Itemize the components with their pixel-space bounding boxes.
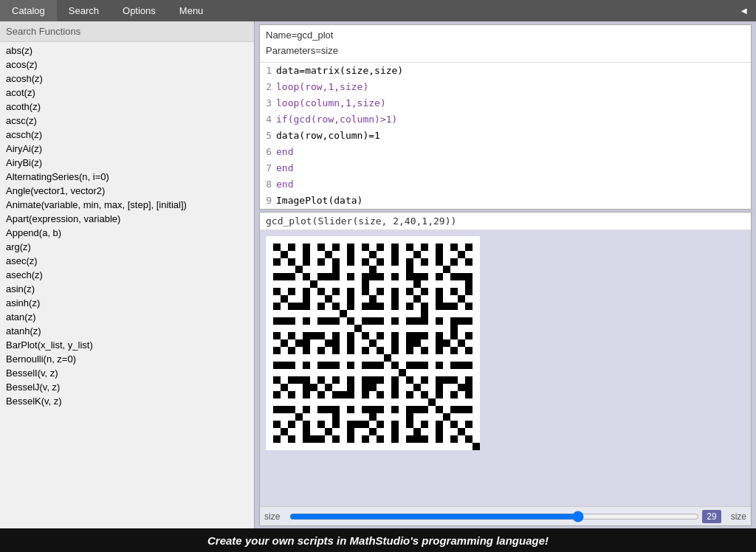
code-line: 1data=matrix(size,size) <box>260 63 751 79</box>
function-item[interactable]: atanh(z) <box>0 324 254 338</box>
code-line: 5 data(row,column)=1 <box>260 128 751 144</box>
function-item[interactable]: Bernoulli(n, z=0) <box>0 352 254 366</box>
code-line: 3 loop(column,1,size) <box>260 95 751 111</box>
line-content: end <box>276 144 293 160</box>
line-number: 4 <box>260 111 276 128</box>
code-line: 8end <box>260 176 751 193</box>
function-item[interactable]: arg(z) <box>0 240 254 254</box>
code-editor: Name=gcd_plot Parameters=size 1data=matr… <box>259 24 752 210</box>
line-number: 1 <box>260 63 276 79</box>
line-number: 2 <box>260 79 276 95</box>
line-number: 9 <box>260 193 276 209</box>
params-line: Parameters=size <box>266 44 745 59</box>
line-number: 5 <box>260 128 276 144</box>
tab-search[interactable]: Search <box>57 0 111 21</box>
function-item[interactable]: BesselK(v, z) <box>0 394 254 408</box>
function-item[interactable]: acsch(z) <box>0 128 254 142</box>
main-layout: Search Functions abs(z)acos(z)acosh(z)ac… <box>0 21 756 528</box>
bottom-banner: Create your own scripts in MathStudio's … <box>0 528 756 552</box>
code-line: 4 if(gcd(row,column)>1) <box>260 111 751 128</box>
function-item[interactable]: AiryAi(z) <box>0 142 254 156</box>
line-content: data(row,column)=1 <box>276 128 380 144</box>
line-number: 3 <box>260 95 276 111</box>
function-item[interactable]: asec(z) <box>0 254 254 268</box>
tab-options[interactable]: Options <box>111 0 168 21</box>
output-area: gcd_plot(Slider(size, 2,40,1,29)) size 2… <box>259 212 752 526</box>
function-list: abs(z)acos(z)acosh(z)acot(z)acoth(z)acsc… <box>0 42 254 528</box>
line-content: data=matrix(size,size) <box>276 63 403 79</box>
function-item[interactable]: AlternatingSeries(n, i=0) <box>0 170 254 184</box>
function-item[interactable]: abs(z) <box>0 44 254 58</box>
function-item[interactable]: acot(z) <box>0 86 254 100</box>
function-item[interactable]: asech(z) <box>0 268 254 282</box>
function-item[interactable]: BesselI(v, z) <box>0 366 254 380</box>
top-nav: Catalog Search Options Menu ◄ <box>0 0 756 21</box>
function-item[interactable]: acos(z) <box>0 58 254 72</box>
line-content: end <box>276 160 293 176</box>
function-item[interactable]: AiryBi(z) <box>0 156 254 170</box>
gcd-image-container <box>260 230 486 506</box>
function-item[interactable]: Apart(expression, variable) <box>0 212 254 226</box>
function-item[interactable]: Angle(vector1, vector2) <box>0 184 254 198</box>
slider-label-left: size <box>264 511 286 522</box>
left-panel: Search Functions abs(z)acos(z)acosh(z)ac… <box>0 21 255 528</box>
function-item[interactable]: Animate(variable, min, max, [step], [ini… <box>0 198 254 212</box>
line-number: 6 <box>260 144 276 160</box>
gcd-canvas <box>266 236 480 450</box>
line-content: end <box>276 176 293 193</box>
line-content: ImagePlot(data) <box>276 193 362 209</box>
code-lines: 1data=matrix(size,size)2loop(row,1,size)… <box>260 63 751 210</box>
line-content: if(gcd(row,column)>1) <box>276 111 397 128</box>
line-number: 7 <box>260 160 276 176</box>
slider-label-right: size <box>724 511 746 522</box>
function-item[interactable]: BesselJ(v, z) <box>0 380 254 394</box>
code-line: 2loop(row,1,size) <box>260 79 751 95</box>
function-item[interactable]: asin(z) <box>0 282 254 296</box>
line-content: loop(row,1,size) <box>276 79 368 95</box>
function-item[interactable]: acosh(z) <box>0 72 254 86</box>
slider-value: 29 <box>702 510 721 523</box>
code-line: 7 end <box>260 160 751 176</box>
code-line: 6 end <box>260 144 751 160</box>
tab-catalog[interactable]: Catalog <box>0 0 57 21</box>
function-item[interactable]: asinh(z) <box>0 296 254 310</box>
code-header: Name=gcd_plot Parameters=size <box>260 25 751 63</box>
code-line: 9ImagePlot(data) <box>260 193 751 209</box>
function-item[interactable]: Append(a, b) <box>0 226 254 240</box>
function-item[interactable]: BarPlot(x_list, y_list) <box>0 338 254 352</box>
slider-input[interactable] <box>289 511 699 522</box>
search-functions-header: Search Functions <box>0 21 254 42</box>
function-item[interactable]: acoth(z) <box>0 100 254 114</box>
slider-row: size 29 size <box>260 506 751 525</box>
nav-arrow[interactable]: ◄ <box>732 1 756 20</box>
function-item[interactable]: acsc(z) <box>0 114 254 128</box>
tab-menu[interactable]: Menu <box>168 0 216 21</box>
function-item[interactable]: atan(z) <box>0 310 254 324</box>
output-body <box>260 230 751 506</box>
line-number: 8 <box>260 176 276 193</box>
output-header: gcd_plot(Slider(size, 2,40,1,29)) <box>260 213 751 230</box>
name-line: Name=gcd_plot <box>266 28 745 44</box>
line-content: loop(column,1,size) <box>276 95 386 111</box>
banner-text: Create your own scripts in MathStudio's … <box>207 534 549 547</box>
right-panel: Name=gcd_plot Parameters=size 1data=matr… <box>255 21 756 528</box>
